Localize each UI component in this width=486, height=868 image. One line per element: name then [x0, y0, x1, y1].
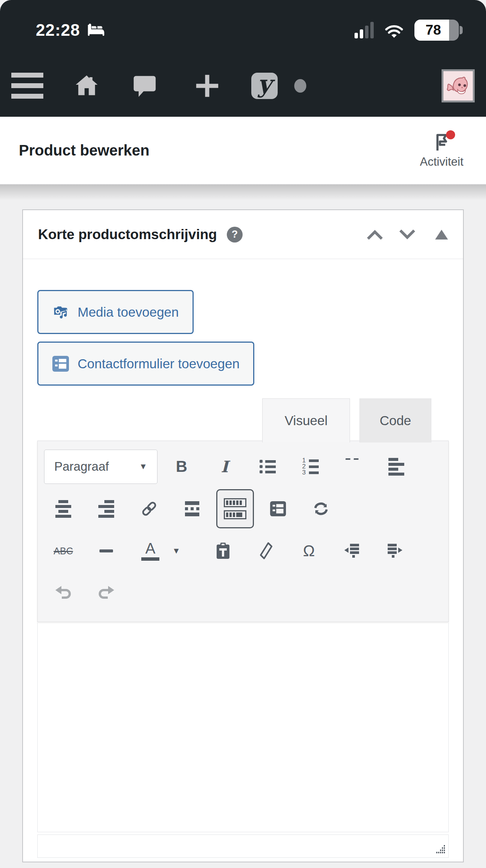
- toolbar-toggle-button-active[interactable]: [216, 489, 254, 528]
- text-color-button[interactable]: A: [141, 541, 159, 561]
- text-color-swatch: [141, 557, 159, 561]
- comments-icon[interactable]: [131, 72, 158, 100]
- undo-icon: [55, 586, 72, 601]
- paste-as-text-icon: [215, 542, 231, 560]
- horizontal-rule-button[interactable]: [85, 549, 128, 552]
- panel-body: Media toevoegen Contactfo: [23, 259, 463, 858]
- align-center-icon: [55, 500, 71, 518]
- refresh-icon: [312, 500, 330, 517]
- short-description-panel: Korte productomschrijving ?: [22, 209, 464, 862]
- bold-button[interactable]: B: [160, 458, 203, 476]
- tab-code[interactable]: Code: [359, 398, 431, 442]
- clock: 22:28: [36, 21, 80, 40]
- tab-visual[interactable]: Visueel: [262, 398, 350, 442]
- resize-grip-handle[interactable]: [436, 845, 446, 855]
- add-contact-form-button[interactable]: Contactformulier toevoegen: [37, 342, 254, 386]
- toolbar-row-3: ABC A ▼: [42, 530, 448, 572]
- editor-tabs: Visueel Code: [37, 398, 449, 442]
- toolbar-row-4: [42, 572, 448, 614]
- panel-title: Korte productomschrijving: [38, 227, 217, 243]
- form-icon: [270, 500, 286, 517]
- indent-icon: [386, 542, 403, 560]
- clear-formatting-button[interactable]: [245, 542, 287, 560]
- paragraph-format-dropdown[interactable]: Paragraaf ▼: [44, 450, 157, 484]
- panel-header: Korte productomschrijving ?: [23, 210, 463, 259]
- blockquote-button[interactable]: “: [332, 458, 375, 475]
- activity-badge-dot: [446, 130, 455, 139]
- indent-button[interactable]: [373, 542, 416, 560]
- redo-button[interactable]: [85, 586, 128, 601]
- undo-button[interactable]: [42, 586, 85, 601]
- form-shortcode-button[interactable]: [257, 500, 300, 517]
- strikethrough-button[interactable]: ABC: [42, 546, 85, 557]
- move-down-icon[interactable]: [399, 229, 416, 240]
- contact-form-icon: [52, 355, 69, 372]
- user-avatar[interactable]: [442, 69, 475, 102]
- battery-percent: 78: [414, 20, 459, 41]
- add-media-icon: [52, 304, 69, 321]
- add-contact-form-label: Contactformulier toevoegen: [78, 356, 240, 371]
- activity-button[interactable]: Activiteit: [420, 133, 463, 169]
- page-title: Product bewerken: [19, 142, 150, 159]
- omega-icon: Ω: [303, 542, 315, 560]
- toolbar-row-1: Paragraaf ▼ B I: [42, 445, 448, 488]
- toolbar-row-2: [42, 488, 448, 530]
- eraser-icon: [259, 542, 273, 560]
- editor-content-area[interactable]: [37, 623, 449, 832]
- redo-icon: [98, 586, 115, 601]
- home-icon[interactable]: [73, 72, 101, 100]
- blockquote-icon: “: [343, 458, 364, 475]
- strikethrough-icon: ABC: [53, 546, 73, 557]
- link-icon: [141, 500, 158, 517]
- dropdown-caret-icon: ▼: [139, 462, 147, 471]
- bedtime-icon: [86, 20, 106, 40]
- outdent-button[interactable]: [330, 542, 373, 560]
- notification-dot-icon: [294, 79, 306, 93]
- yoast-seo-icon[interactable]: y: [251, 73, 278, 99]
- bullet-list-icon: [260, 460, 276, 473]
- paste-as-text-button[interactable]: [202, 542, 245, 560]
- add-media-label: Media toevoegen: [78, 305, 179, 320]
- new-content-icon[interactable]: [193, 71, 222, 101]
- status-bar: 22:28 78: [0, 0, 486, 55]
- editor-status-bar: [37, 834, 449, 858]
- editor-toolbar: Paragraaf ▼ B I: [37, 441, 449, 622]
- collapse-toggle-icon[interactable]: [435, 230, 448, 240]
- outdent-icon: [343, 542, 361, 560]
- page-header: Product bewerken Activiteit: [0, 117, 486, 185]
- special-character-button[interactable]: Ω: [287, 542, 330, 560]
- align-right-button[interactable]: [85, 500, 128, 518]
- link-button[interactable]: [128, 500, 171, 517]
- content-area: Korte productomschrijving ?: [0, 185, 486, 868]
- numbered-list-button[interactable]: 1 2 3: [289, 459, 332, 474]
- help-icon[interactable]: ?: [227, 227, 243, 243]
- read-more-button[interactable]: [171, 501, 214, 516]
- menu-icon[interactable]: [11, 73, 43, 99]
- read-more-icon: [185, 501, 199, 516]
- align-left-icon: [388, 458, 404, 476]
- align-right-icon: [98, 500, 114, 518]
- cellular-signal-icon: [355, 22, 374, 38]
- numbered-list-icon: 1 2 3: [302, 459, 319, 474]
- align-left-button[interactable]: [375, 458, 418, 476]
- wifi-icon: [382, 21, 406, 40]
- italic-button[interactable]: I: [203, 458, 246, 476]
- phone-screen: 22:28 78: [0, 0, 486, 868]
- bullet-list-button[interactable]: [246, 460, 289, 473]
- wp-admin-bar: y: [0, 55, 486, 117]
- toolbar-toggle-icon: [224, 498, 246, 507]
- move-up-icon[interactable]: [367, 229, 383, 240]
- refresh-button[interactable]: [300, 500, 342, 517]
- text-color-caret-icon[interactable]: ▼: [172, 546, 180, 556]
- battery-indicator: 78: [414, 20, 463, 41]
- horizontal-rule-icon: [99, 549, 113, 552]
- align-center-button[interactable]: [42, 500, 85, 518]
- activity-label: Activiteit: [420, 155, 463, 169]
- add-media-button[interactable]: Media toevoegen: [37, 290, 194, 334]
